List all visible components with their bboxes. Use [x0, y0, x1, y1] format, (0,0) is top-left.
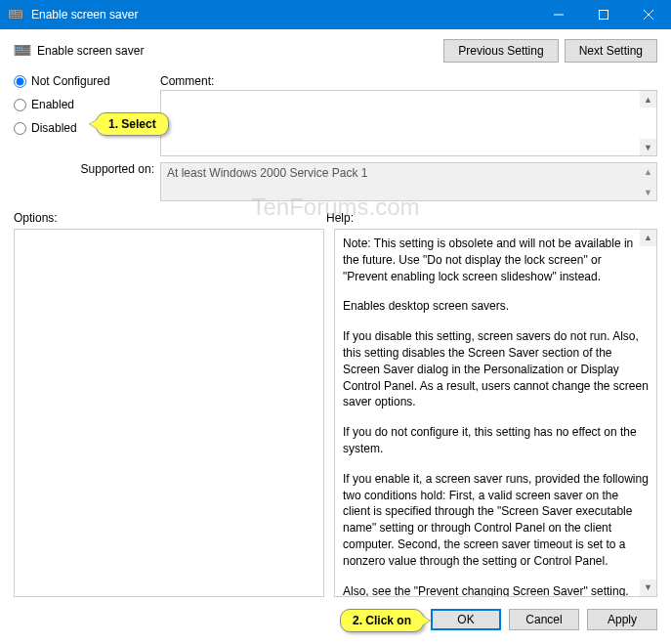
radio-label: Not Configured	[31, 74, 110, 88]
help-label: Help:	[326, 211, 657, 225]
radio-not-configured-input[interactable]	[14, 75, 26, 88]
svg-rect-11	[16, 47, 21, 50]
svg-rect-13	[22, 49, 29, 50]
comment-textarea[interactable]: ▲ ▼	[160, 90, 657, 156]
window-title: Enable screen saver	[31, 8, 536, 21]
help-text: If you disable this setting, screen save…	[343, 328, 649, 410]
comment-label: Comment:	[160, 74, 657, 88]
radio-disabled-input[interactable]	[14, 122, 26, 135]
supported-on-label: Supported on:	[14, 162, 160, 201]
policy-icon	[8, 7, 23, 22]
svg-rect-2	[16, 11, 21, 12]
svg-rect-12	[22, 47, 29, 48]
scroll-down-icon[interactable]: ▼	[640, 139, 656, 155]
scroll-up-icon: ▲	[640, 163, 656, 180]
radio-not-configured[interactable]: Not Configured	[14, 74, 160, 88]
radio-label: Enabled	[31, 98, 74, 111]
options-label: Options:	[14, 211, 326, 225]
svg-rect-1	[10, 11, 15, 14]
svg-rect-4	[10, 15, 21, 16]
help-text: Note: This setting is obsolete and will …	[343, 236, 649, 284]
annotation-callout-2: 2. Click on	[340, 609, 424, 632]
radio-label: Disabled	[31, 121, 77, 135]
supported-on-text: At least Windows 2000 Service Pack 1	[167, 166, 367, 180]
page-title: Enable screen saver	[37, 44, 438, 58]
svg-rect-14	[16, 51, 29, 52]
scroll-up-icon[interactable]: ▲	[640, 91, 656, 107]
svg-rect-3	[16, 13, 21, 14]
scroll-down-icon[interactable]: ▼	[640, 580, 656, 596]
radio-enabled-input[interactable]	[14, 99, 26, 111]
supported-on-value: At least Windows 2000 Service Pack 1 ▲ ▼	[160, 162, 657, 201]
titlebar: Enable screen saver	[0, 0, 671, 29]
minimize-button[interactable]	[536, 0, 581, 29]
radio-enabled[interactable]: Enabled	[14, 98, 160, 111]
apply-button[interactable]: Apply	[587, 609, 657, 630]
help-text: If you enable it, a screen saver runs, p…	[343, 471, 649, 570]
annotation-callout-1: 1. Select	[96, 112, 169, 136]
scroll-up-icon[interactable]: ▲	[640, 230, 656, 246]
help-text: Also, see the "Prevent changing Screen S…	[343, 583, 649, 597]
svg-rect-7	[600, 11, 608, 20]
svg-rect-5	[10, 17, 21, 18]
help-text: Enables desktop screen savers.	[343, 298, 649, 315]
scroll-down-icon: ▼	[640, 184, 656, 200]
help-panel: Note: This setting is obsolete and will …	[334, 229, 657, 597]
previous-setting-button[interactable]: Previous Setting	[443, 39, 558, 63]
close-button[interactable]	[626, 0, 671, 29]
svg-rect-15	[16, 53, 29, 54]
ok-button[interactable]: OK	[431, 609, 501, 630]
cancel-button[interactable]: Cancel	[509, 609, 579, 630]
next-setting-button[interactable]: Next Setting	[565, 39, 657, 63]
options-panel	[14, 229, 324, 597]
help-text: If you do not configure it, this setting…	[343, 424, 649, 457]
maximize-button[interactable]	[581, 0, 626, 29]
policy-icon	[14, 42, 31, 60]
